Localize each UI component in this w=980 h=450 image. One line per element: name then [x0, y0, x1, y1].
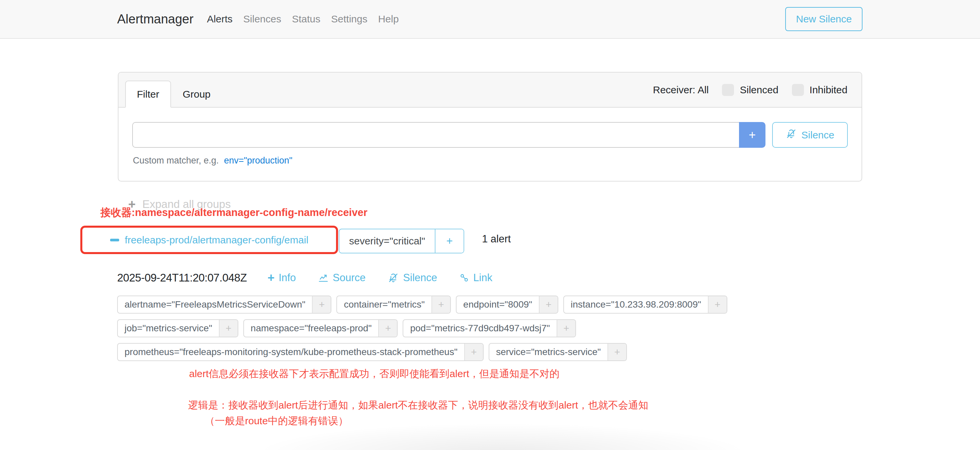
alert-label-text: instance="10.233.98.209:8009"	[564, 296, 708, 313]
alert-action-label: Link	[473, 272, 492, 284]
inhibited-checkbox[interactable]: Inhibited	[792, 84, 848, 96]
annotation-receiver-note: 接收器:namespace/altermanager-config-name/r…	[100, 206, 368, 220]
add-label-filter-button[interactable]: +	[378, 320, 397, 337]
checkbox-box-icon	[792, 84, 804, 96]
add-label-filter-button[interactable]: +	[608, 344, 626, 360]
tab-label: Filter	[137, 89, 159, 100]
alert-timestamp: 2025-09-24T11:20:07.048Z	[117, 271, 247, 284]
nav-item-label: Alerts	[207, 13, 232, 24]
receiver-selector[interactable]: Receiver: All	[653, 84, 709, 96]
minus-icon	[110, 239, 119, 241]
bell-slash-icon	[388, 272, 399, 284]
silence-button[interactable]: Silence	[772, 122, 848, 148]
alert-label-tag: pod="metrics-77d9cdb497-wdsj7" +	[402, 319, 576, 338]
tab[interactable]: Filter	[125, 81, 171, 108]
matcher-hint: Custom matcher, e.g. env="production"	[133, 155, 848, 166]
alert-label-tag: prometheus="freeleaps-monitoring-system/…	[117, 343, 484, 361]
receiver-group-label: freeleaps-prod/alertmanager-config/email	[125, 235, 309, 246]
alert-label-text: endpoint="8009"	[457, 296, 539, 313]
alert-count: 1 alert	[482, 233, 511, 245]
alert-action-link[interactable]: + Info	[267, 272, 296, 284]
filter-card: FilterGroup Receiver: All Silenced Inhib…	[118, 72, 862, 182]
nav-item-label: Settings	[331, 13, 367, 24]
alert-actions: + Info Source Silence Link	[267, 272, 492, 284]
add-label-filter-button[interactable]: +	[431, 296, 450, 313]
add-label-filter-button[interactable]: +	[708, 296, 727, 313]
alert-label-tag: alertname="FreeleapsMetricsServiceDown" …	[117, 296, 331, 314]
link-icon	[459, 273, 469, 283]
alert-label-text: container="metrics"	[337, 296, 431, 313]
alert-action-link[interactable]: Silence	[388, 272, 437, 284]
alertmanager-page: Alertmanager AlertsSilencesStatusSetting…	[0, 0, 980, 450]
group-matcher-chip: severity="critical" +	[339, 229, 464, 254]
top-navbar: Alertmanager AlertsSilencesStatusSetting…	[0, 0, 980, 39]
alert-label-text: job="metrics-service"	[118, 320, 219, 337]
alert-action-label: Info	[278, 272, 296, 284]
alert-label-tag: namespace="freeleaps-prod" +	[243, 319, 398, 338]
alert-label-text: prometheus="freeleaps-monitoring-system/…	[118, 344, 464, 360]
nav-item[interactable]: Help	[373, 13, 404, 25]
nav-item-label: Silences	[243, 13, 281, 24]
annotation-note-1: alert信息必须在接收器下才表示配置成功，否则即使能看到alert，但是通知是…	[189, 367, 560, 381]
receiver-group-toggle[interactable]: freeleaps-prod/alertmanager-config/email	[110, 235, 309, 246]
nav-item[interactable]: Settings	[326, 13, 372, 25]
annotation-note-2: 逻辑是：接收器收到alert后进行通知，如果alert不在接收器下，说明接收器没…	[188, 399, 648, 412]
nav-item[interactable]: Status	[286, 13, 326, 25]
filter-card-header: FilterGroup Receiver: All Silenced Inhib…	[118, 73, 862, 108]
plus-icon: +	[267, 272, 274, 284]
annotation-note-3: （一般是route中的逻辑有错误）	[205, 414, 348, 428]
new-silence-button[interactable]: New Silence	[785, 7, 862, 31]
alert-label-tag: service="metrics-service" +	[488, 343, 627, 361]
alert-labels: alertname="FreeleapsMetricsServiceDown" …	[117, 296, 765, 361]
silenced-checkbox[interactable]: Silenced	[722, 84, 778, 96]
app-brand[interactable]: Alertmanager	[117, 12, 194, 26]
tab-label: Group	[183, 89, 210, 100]
alert-label-tag: instance="10.233.98.209:8009" +	[563, 296, 727, 314]
nav-item-label: Status	[292, 13, 320, 24]
alert-action-label: Silence	[403, 272, 437, 284]
alert-label-tag: endpoint="8009" +	[456, 296, 558, 314]
filter-tabs: FilterGroup	[125, 81, 222, 108]
silence-button-label: Silence	[801, 129, 834, 141]
add-matcher-button[interactable]: +	[739, 122, 765, 148]
alert-action-label: Source	[333, 272, 366, 284]
alert-label-text: namespace="freeleaps-prod"	[244, 320, 379, 337]
add-label-filter-button[interactable]: +	[557, 320, 575, 337]
bell-slash-icon	[786, 128, 797, 142]
alert-action-link[interactable]: Source	[318, 272, 366, 284]
filter-header-controls: Receiver: All Silenced Inhibited	[653, 73, 848, 107]
alert-label-tag: job="metrics-service" +	[117, 319, 238, 338]
add-label-filter-button[interactable]: +	[312, 296, 331, 313]
tab[interactable]: Group	[171, 81, 222, 108]
matcher-hint-text: Custom matcher, e.g.	[133, 155, 219, 165]
filter-card-body: + Silence Custom matcher, e.g. env="prod…	[118, 108, 862, 166]
group-matcher-label: severity="critical"	[339, 229, 435, 253]
matcher-input-row: + Silence	[132, 122, 848, 148]
chart-line-icon	[318, 273, 329, 283]
main-nav: AlertsSilencesStatusSettingsHelp	[202, 13, 404, 25]
add-label-filter-button[interactable]: +	[539, 296, 558, 313]
alert-label-text: service="metrics-service"	[489, 344, 608, 360]
alert-header-row: 2025-09-24T11:20:07.048Z + Info Source S…	[117, 271, 492, 284]
alert-label-text: pod="metrics-77d9cdb497-wdsj7"	[403, 320, 557, 337]
matcher-example-link[interactable]: env="production"	[224, 155, 293, 165]
add-label-filter-button[interactable]: +	[464, 344, 483, 360]
nav-item[interactable]: Silences	[238, 13, 286, 25]
silenced-checkbox-label: Silenced	[740, 84, 778, 96]
alert-label-tag: container="metrics" +	[336, 296, 451, 314]
add-label-filter-button[interactable]: +	[219, 320, 238, 337]
checkbox-box-icon	[722, 84, 734, 96]
alert-action-link[interactable]: Link	[459, 272, 492, 284]
alert-label-text: alertname="FreeleapsMetricsServiceDown"	[118, 296, 312, 313]
nav-item[interactable]: Alerts	[202, 13, 238, 25]
add-group-filter-button[interactable]: +	[435, 229, 463, 253]
matcher-input[interactable]	[132, 122, 739, 148]
inhibited-checkbox-label: Inhibited	[810, 84, 848, 96]
annotation-highlight-box: freeleaps-prod/alertmanager-config/email	[80, 226, 338, 254]
nav-item-label: Help	[378, 13, 399, 24]
matcher-input-group: +	[132, 122, 765, 148]
